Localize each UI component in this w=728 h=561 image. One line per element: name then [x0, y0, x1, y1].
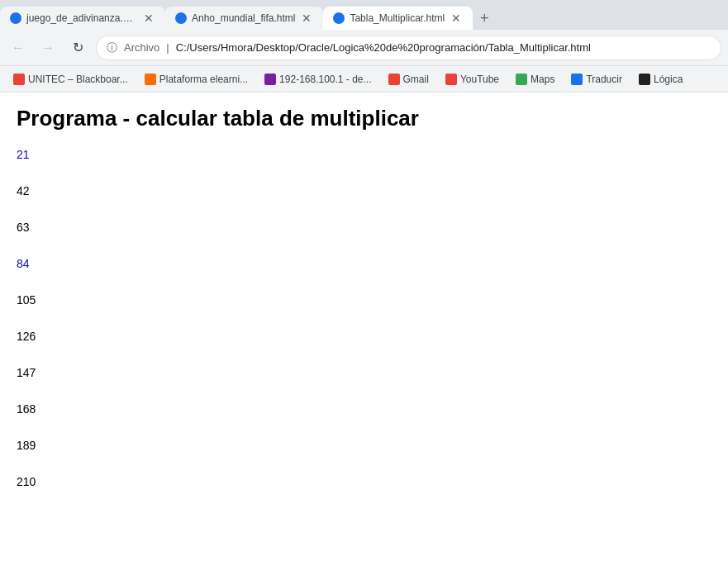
refresh-button[interactable]: ↻	[66, 36, 89, 59]
refresh-icon: ↻	[73, 40, 83, 55]
back-button[interactable]: ←	[7, 36, 30, 59]
bookmark-logica-label: Lógica	[654, 74, 683, 85]
tab-1-title: juego_de_adivinanza.html	[26, 12, 137, 24]
bookmark-traducir-icon	[571, 74, 583, 85]
results-container: 21426384105126147168189210	[17, 148, 711, 488]
result-item: 63	[17, 221, 711, 234]
result-item: 189	[17, 439, 711, 452]
tab-2-close[interactable]: ✕	[300, 12, 313, 25]
tab-bar: juego_de_adivinanza.html ✕ Anho_mundial_…	[0, 0, 728, 30]
browser-chrome: juego_de_adivinanza.html ✕ Anho_mundial_…	[0, 0, 728, 93]
result-item: 42	[17, 184, 711, 197]
result-item: 210	[17, 475, 711, 488]
result-item: 168	[17, 402, 711, 416]
tab-2-icon	[175, 12, 187, 24]
tab-3-close[interactable]: ✕	[450, 12, 463, 25]
bookmark-192-icon	[264, 74, 276, 85]
bookmark-gmail[interactable]: Gmail	[382, 71, 435, 88]
result-item: 84	[17, 257, 711, 270]
bookmark-plataforma-icon	[145, 74, 156, 85]
address-bar-row: ← → ↻ ⓘ Archivo | C:/Users/Hmora/Desktop…	[0, 30, 728, 66]
new-tab-button[interactable]: +	[473, 7, 496, 30]
bookmark-192[interactable]: 192-168.100.1 - de...	[258, 71, 378, 88]
bookmark-maps[interactable]: Maps	[509, 71, 561, 88]
back-icon: ←	[12, 40, 25, 55]
tab-3-icon	[333, 12, 345, 24]
result-item: 21	[17, 148, 711, 161]
bookmark-maps-icon	[516, 74, 527, 85]
secure-icon: ⓘ	[107, 40, 117, 55]
bookmark-traducir-label: Traducir	[586, 74, 622, 85]
bookmark-plataforma-label: Plataforma elearni...	[159, 74, 248, 85]
tab-3-title: Tabla_Multiplicar.html	[350, 12, 445, 24]
bookmark-traducir[interactable]: Traducir	[564, 71, 629, 88]
bookmark-unitec-label: UNITEC – Blackboar...	[28, 74, 128, 85]
bookmark-unitec-icon	[13, 74, 25, 85]
result-item: 126	[17, 330, 711, 343]
tab-2[interactable]: Anho_mundial_fifa.html ✕	[165, 7, 323, 30]
address-url: C:/Users/Hmora/Desktop/Oracle/Logica%20d…	[176, 41, 711, 54]
bookmark-unitec[interactable]: UNITEC – Blackboar...	[7, 71, 135, 88]
result-item: 105	[17, 293, 711, 307]
tab-1-icon	[10, 12, 21, 24]
bookmark-gmail-icon	[388, 74, 400, 85]
bookmark-192-label: 192-168.100.1 - de...	[279, 74, 371, 85]
tab-1[interactable]: juego_de_adivinanza.html ✕	[0, 7, 165, 30]
bookmark-plataforma[interactable]: Plataforma elearni...	[138, 71, 255, 88]
bookmark-logica[interactable]: Lógica	[632, 71, 689, 88]
result-item: 147	[17, 366, 711, 379]
tab-1-close[interactable]: ✕	[142, 12, 155, 25]
archivo-label: Archivo	[124, 41, 159, 54]
bookmarks-bar: UNITEC – Blackboar... Plataforma elearni…	[0, 66, 728, 93]
bookmark-youtube-icon	[445, 74, 457, 85]
address-box[interactable]: ⓘ Archivo | C:/Users/Hmora/Desktop/Oracl…	[96, 36, 721, 60]
bookmark-maps-label: Maps	[531, 74, 554, 85]
tab-3[interactable]: Tabla_Multiplicar.html ✕	[323, 7, 473, 30]
page-title: Programa - calcular tabla de multiplicar	[17, 106, 711, 131]
bookmark-gmail-label: Gmail	[403, 74, 429, 85]
tab-2-title: Anho_mundial_fifa.html	[192, 12, 295, 24]
bookmark-youtube-label: YouTube	[460, 74, 499, 85]
bookmark-youtube[interactable]: YouTube	[439, 71, 506, 88]
forward-button[interactable]: →	[36, 36, 59, 59]
forward-icon: →	[41, 40, 55, 55]
bookmark-logica-icon	[639, 74, 650, 85]
page-content: Programa - calcular tabla de multiplicar…	[0, 93, 728, 525]
address-separator: |	[166, 41, 169, 54]
